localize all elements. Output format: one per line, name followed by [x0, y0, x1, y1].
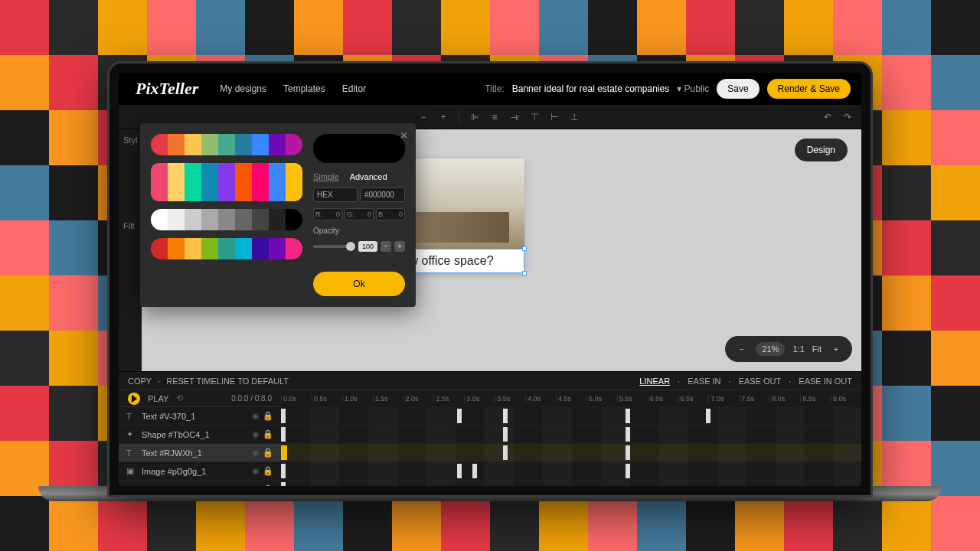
design-mode-pill[interactable]: Design: [795, 139, 848, 161]
save-button[interactable]: Save: [717, 79, 759, 99]
undo-icon[interactable]: ↶: [822, 111, 834, 123]
r-input[interactable]: R:0: [313, 208, 342, 220]
opacity-slider[interactable]: [313, 245, 355, 248]
layer-4[interactable]: ▭Video Background◉🔒: [119, 481, 281, 486]
swatch-row-4[interactable]: [151, 238, 302, 259]
redo-icon[interactable]: ↷: [841, 111, 854, 123]
lock-icon[interactable]: 🔒: [263, 466, 273, 476]
align-left-icon[interactable]: ⊫: [469, 111, 481, 123]
opacity-value[interactable]: 100: [358, 241, 377, 252]
render-save-button[interactable]: Render & Save: [767, 79, 851, 99]
play-icon[interactable]: [128, 393, 140, 405]
filter-panel-label: Filt: [123, 221, 137, 230]
laptop-frame: PixTeller My designs Templates Editor Ti…: [107, 61, 873, 497]
timeline-tracks[interactable]: [281, 407, 861, 486]
hex-label: [313, 187, 358, 202]
topbar: PixTeller My designs Templates Editor Ti…: [119, 73, 861, 105]
nav-my-designs[interactable]: My designs: [220, 83, 266, 94]
timeline-layers: TText #V-370_1◉🔒✦Shape #TbOC4_1◉🔒TText #…: [119, 407, 281, 486]
b-input[interactable]: B:0: [376, 208, 405, 220]
layer-3[interactable]: ▣Image #pDg0g_1◉🔒: [119, 462, 281, 481]
resize-handle-br[interactable]: [522, 271, 527, 276]
zoom-bar: − 21% 1:1 Fit +: [725, 336, 852, 362]
swatch-row-1[interactable]: [151, 134, 302, 155]
loop-icon[interactable]: ⟲: [176, 393, 183, 403]
visibility-icon[interactable]: ◉: [252, 411, 260, 421]
color-preview: [313, 134, 405, 163]
tool-minus-icon[interactable]: −: [417, 111, 430, 123]
timeline-copy[interactable]: COPY: [128, 377, 152, 386]
title-label: Title:: [485, 83, 505, 94]
title-area: Title: Banner ideal for real estate comp…: [485, 79, 851, 99]
zoom-in-icon[interactable]: +: [829, 342, 843, 356]
visibility-select[interactable]: ▾ Public: [677, 83, 709, 94]
align-right-icon[interactable]: ⫣: [508, 111, 521, 123]
zoom-out-icon[interactable]: −: [734, 342, 748, 356]
align-middle-icon[interactable]: ⊢: [548, 111, 560, 123]
timeline-time: 0.0.0 / 0:8.0: [231, 394, 272, 403]
play-label: PLAY: [148, 394, 168, 403]
timeline-ruler[interactable]: 0.0s0.5s1.0s1.5s2.0s2.5s3.0s3.5s4.0s4.5s…: [281, 390, 861, 407]
lock-icon[interactable]: 🔒: [263, 429, 273, 439]
tab-simple[interactable]: Simple: [313, 172, 339, 181]
timeline-playbar: PLAY ⟲ 0.0.0 / 0:8.0: [119, 390, 281, 407]
left-panel: Styl Filt: [119, 129, 142, 371]
easing-linear[interactable]: LINEAR: [639, 377, 670, 386]
nav-editor[interactable]: Editor: [342, 83, 366, 94]
easing-ease-out[interactable]: EASE OUT: [739, 377, 782, 386]
style-panel-label: Styl: [123, 135, 137, 145]
g-input[interactable]: G:0: [345, 208, 374, 220]
timeline: COPY · RESET TIMELINE TO DEFAULT LINEAR·…: [119, 371, 861, 486]
resize-handle-tr[interactable]: [522, 246, 527, 251]
title-value[interactable]: Banner ideal for real estate companies: [512, 83, 669, 94]
easing-ease-in[interactable]: EASE IN: [688, 377, 720, 386]
visibility-icon[interactable]: ◉: [252, 484, 260, 486]
align-bottom-icon[interactable]: ⊥: [568, 111, 580, 123]
layer-2[interactable]: TText #RJWXh_1◉🔒: [119, 444, 281, 462]
nav-links: My designs Templates Editor: [220, 83, 366, 94]
opacity-label: Opacity: [313, 227, 405, 235]
lock-icon[interactable]: 🔒: [263, 448, 273, 458]
layer-1[interactable]: ✦Shape #TbOC4_1◉🔒: [119, 425, 281, 444]
track-2[interactable]: [281, 444, 861, 462]
align-top-icon[interactable]: ⊤: [528, 111, 541, 123]
track-3[interactable]: [281, 462, 861, 481]
easing-ease-in-out[interactable]: EASE IN OUT: [799, 377, 852, 386]
zoom-value[interactable]: 21%: [756, 342, 785, 356]
timeline-header: COPY · RESET TIMELINE TO DEFAULT LINEAR·…: [119, 372, 861, 390]
main-area: Styl Filt Design FIND MY OFFICE Thinking…: [119, 129, 861, 371]
lock-icon[interactable]: 🔒: [263, 411, 273, 421]
zoom-ratio[interactable]: 1:1: [792, 344, 804, 354]
timeline-reset[interactable]: RESET TIMELINE TO DEFAULT: [166, 377, 289, 386]
ok-button[interactable]: Ok: [313, 272, 405, 296]
track-4[interactable]: [281, 481, 861, 486]
swatch-row-2[interactable]: [151, 163, 302, 201]
visibility-icon[interactable]: ◉: [252, 448, 260, 458]
visibility-icon[interactable]: ◉: [252, 466, 260, 476]
color-picker-popup: × Simple Advanced R:0: [140, 123, 416, 307]
tool-plus-icon[interactable]: +: [437, 111, 449, 123]
timeline-body: TText #V-370_1◉🔒✦Shape #TbOC4_1◉🔒TText #…: [119, 407, 861, 486]
close-icon[interactable]: ×: [400, 128, 408, 144]
opacity-plus[interactable]: +: [394, 241, 405, 252]
visibility-icon[interactable]: ◉: [252, 429, 260, 439]
track-1[interactable]: [281, 425, 861, 444]
color-swatches: [151, 134, 302, 259]
track-0[interactable]: [281, 407, 861, 425]
tab-advanced[interactable]: Advanced: [350, 172, 387, 181]
opacity-minus[interactable]: −: [381, 241, 391, 252]
color-controls: Simple Advanced R:0 G:0 B:0 Opacity 100 …: [313, 134, 405, 259]
zoom-fit[interactable]: Fit: [812, 344, 822, 354]
swatch-row-gray[interactable]: [151, 209, 302, 230]
lock-icon[interactable]: 🔒: [263, 484, 273, 486]
align-center-icon[interactable]: ≡: [488, 111, 501, 123]
layer-0[interactable]: TText #V-370_1◉🔒: [119, 407, 281, 425]
nav-templates[interactable]: Templates: [283, 83, 325, 94]
logo[interactable]: PixTeller: [129, 77, 204, 100]
app-screen: PixTeller My designs Templates Editor Ti…: [119, 73, 861, 486]
hex-input[interactable]: [361, 187, 405, 202]
